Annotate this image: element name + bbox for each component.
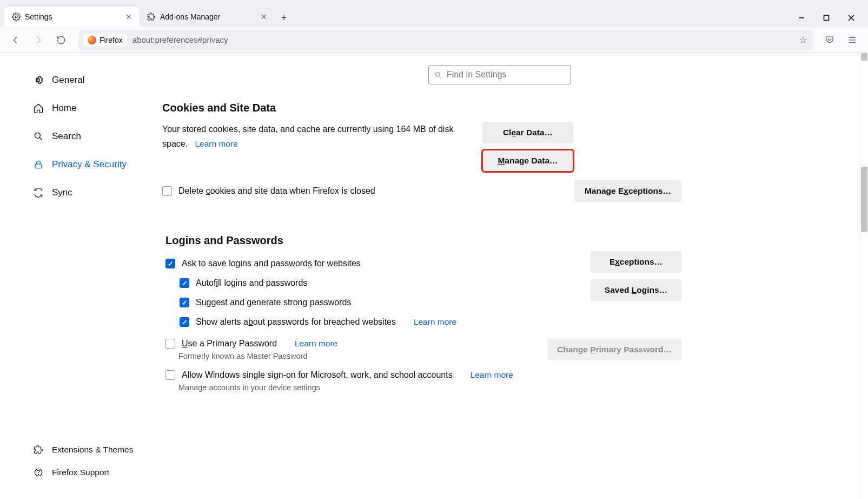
svg-line-15	[439, 76, 441, 77]
puzzle-icon	[32, 445, 44, 455]
lock-icon	[32, 159, 44, 170]
manage-exceptions-button[interactable]: Manage Exceptions…	[574, 180, 681, 202]
tab-settings[interactable]: Settings ✕	[4, 6, 140, 27]
bookmark-star-icon[interactable]: ☆	[799, 34, 807, 46]
gear-icon	[32, 75, 44, 86]
sync-icon	[32, 187, 44, 198]
vertical-scrollbar[interactable]	[859, 53, 868, 499]
svg-point-8	[37, 79, 40, 82]
cookies-description: Your stored cookies, site data, and cach…	[162, 122, 454, 152]
identity-badge[interactable]: Firefox	[83, 34, 127, 46]
primary-password-label: Use a Primary Password	[182, 339, 277, 349]
delete-cookies-checkbox[interactable]	[162, 186, 172, 196]
sidebar-item-search[interactable]: Search	[28, 122, 157, 150]
puzzle-icon	[147, 12, 156, 21]
search-icon	[32, 131, 44, 142]
ask-save-logins-checkbox[interactable]	[165, 259, 175, 268]
app-menu-button[interactable]	[843, 31, 862, 49]
identity-label: Firefox	[100, 36, 123, 44]
sidebar-item-privacy[interactable]: Privacy & Security	[28, 150, 157, 179]
sidebar-item-label: General	[52, 75, 84, 86]
search-placeholder: Find in Settings	[447, 70, 506, 80]
sidebar-item-support[interactable]: Firefox Support	[28, 461, 157, 484]
minimize-button[interactable]	[789, 9, 814, 27]
windows-sso-checkbox[interactable]	[165, 370, 175, 380]
delete-cookies-label: Delete cookies and site data when Firefo…	[178, 186, 375, 196]
sidebar-item-general[interactable]: General	[28, 66, 157, 94]
url-bar[interactable]: Firefox about:preferences#privacy ☆	[78, 30, 813, 50]
breach-alerts-checkbox[interactable]	[180, 317, 189, 327]
svg-point-9	[35, 133, 40, 138]
breach-learn-more-link[interactable]: Learn more	[414, 317, 456, 327]
section-title-logins: Logins and Passwords	[165, 234, 681, 247]
maximize-button[interactable]	[814, 9, 839, 27]
svg-rect-2	[824, 16, 829, 21]
autofill-label: Autofill logins and passwords	[196, 278, 307, 288]
sidebar-item-label: Search	[52, 131, 81, 142]
breach-alerts-label: Show alerts about passwords for breached…	[196, 317, 396, 327]
logins-exceptions-button[interactable]: Exceptions…	[591, 251, 681, 273]
svg-rect-11	[35, 164, 42, 168]
svg-point-14	[436, 72, 440, 76]
tab-addons[interactable]: Add-ons Manager ✕	[140, 6, 275, 27]
settings-sidebar: General Home Search Privacy & Security S…	[0, 53, 162, 499]
back-button[interactable]	[6, 31, 25, 49]
svg-point-13	[38, 474, 39, 475]
content-area: General Home Search Privacy & Security S…	[0, 53, 868, 499]
sidebar-item-sync[interactable]: Sync	[28, 179, 157, 207]
suggest-passwords-label: Suggest and generate strong passwords	[196, 298, 351, 307]
help-icon	[32, 468, 44, 477]
primary-password-hint: Formerly known as Master Password	[178, 352, 536, 360]
primary-learn-more-link[interactable]: Learn more	[295, 339, 337, 349]
close-icon[interactable]: ✕	[125, 12, 132, 21]
svg-point-0	[15, 16, 17, 18]
scrollbar-thumb[interactable]	[861, 53, 867, 61]
pocket-button[interactable]	[820, 31, 839, 49]
sidebar-item-label: Sync	[52, 187, 72, 198]
sidebar-item-label: Home	[52, 103, 76, 114]
section-title-cookies: Cookies and Site Data	[162, 102, 681, 114]
tab-label: Add-ons Manager	[160, 12, 220, 21]
close-icon[interactable]: ✕	[261, 12, 267, 21]
home-icon	[32, 103, 44, 114]
sidebar-item-label: Privacy & Security	[52, 159, 127, 170]
sidebar-item-label: Extensions & Themes	[52, 445, 133, 455]
forward-button[interactable]	[29, 31, 48, 49]
change-primary-password-button[interactable]: Change Primary Password…	[547, 339, 681, 360]
manage-data-button[interactable]: Manage Data…	[482, 150, 573, 172]
firefox-icon	[88, 36, 96, 44]
cookies-learn-more-link[interactable]: Learn more	[195, 139, 237, 148]
url-text: about:preferences#privacy	[132, 35, 228, 44]
window-controls	[789, 9, 864, 27]
suggest-passwords-checkbox[interactable]	[180, 298, 189, 307]
sidebar-item-home[interactable]: Home	[28, 94, 157, 122]
sidebar-item-extensions[interactable]: Extensions & Themes	[28, 438, 157, 461]
settings-search-input[interactable]: Find in Settings	[428, 65, 571, 84]
windows-sso-label: Allow Windows single sign-on for Microso…	[182, 370, 453, 380]
nav-toolbar: Firefox about:preferences#privacy ☆	[0, 27, 868, 53]
close-window-button[interactable]	[839, 9, 864, 27]
tab-strip: Settings ✕ Add-ons Manager ✕ +	[0, 0, 868, 27]
settings-main-panel: Find in Settings Cookies and Site Data Y…	[162, 53, 703, 499]
primary-password-checkbox[interactable]	[165, 339, 175, 349]
scrollbar-thumb[interactable]	[861, 167, 867, 232]
reload-button[interactable]	[52, 31, 70, 49]
ask-save-logins-label: Ask to save logins and passwords for web…	[182, 259, 361, 268]
clear-data-button[interactable]: Clear Data…	[482, 122, 573, 143]
windows-sso-hint: Manage accounts in your device settings	[178, 383, 681, 392]
saved-logins-button[interactable]: Saved Logins…	[591, 279, 681, 301]
gear-icon	[12, 12, 21, 21]
sidebar-item-label: Firefox Support	[52, 468, 109, 477]
autofill-checkbox[interactable]	[180, 278, 189, 288]
tab-label: Settings	[25, 12, 52, 21]
sso-learn-more-link[interactable]: Learn more	[471, 370, 513, 380]
new-tab-button[interactable]: +	[275, 9, 293, 27]
svg-line-10	[39, 137, 42, 140]
